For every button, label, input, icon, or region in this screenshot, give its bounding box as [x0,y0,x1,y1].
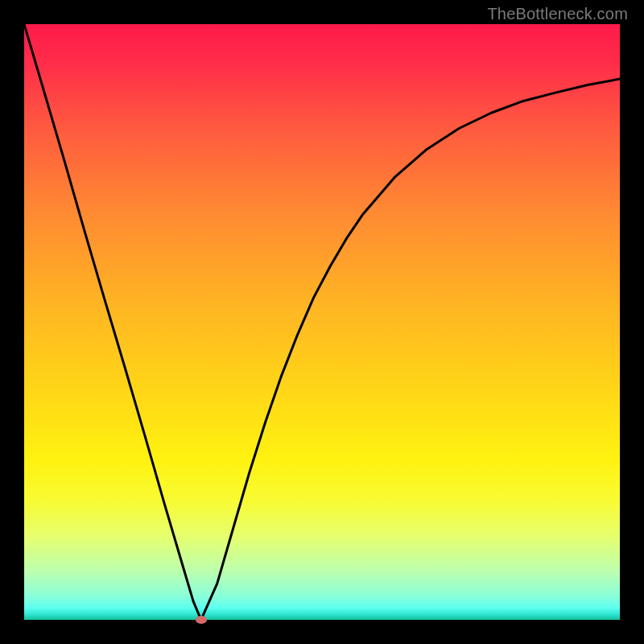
watermark-label: TheBottleneck.com [487,5,628,23]
curve-svg [24,24,620,620]
plot-area [24,24,620,620]
min-marker [196,616,207,624]
chart-frame: TheBottleneck.com [0,0,644,644]
main-curve [24,24,620,620]
